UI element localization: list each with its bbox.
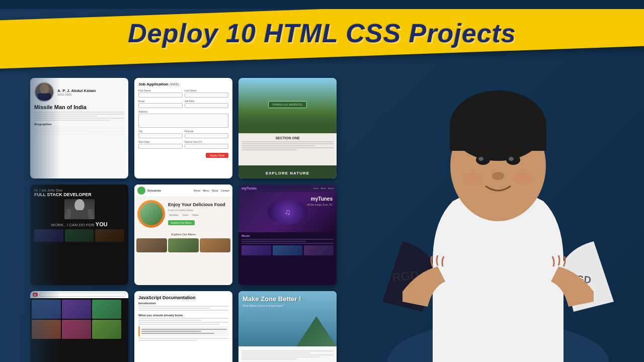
nature-lines bbox=[242, 141, 334, 150]
zone-text: Make Zone Better ! Why Better Zone is Im… bbox=[243, 295, 301, 307]
food-nav-4[interactable]: Contact bbox=[221, 189, 229, 192]
form-label-date: Start Date bbox=[138, 140, 183, 143]
tunes-hero: ♫ myTunes All the songs, Ever. All. bbox=[238, 192, 337, 232]
tunes-tagline: All the songs, Ever. All. bbox=[307, 203, 333, 206]
docs-subtitle: Introduction bbox=[138, 302, 228, 305]
zone-line bbox=[242, 358, 297, 359]
form-input-email[interactable] bbox=[138, 103, 183, 108]
tunes-brand-title: myTunes bbox=[311, 196, 333, 202]
explore-bar: EXPLORE NATURE bbox=[238, 165, 337, 178]
zone-content bbox=[238, 346, 337, 362]
section-one-label: SECTION ONE bbox=[242, 136, 334, 140]
food-nav-2[interactable]: Menu bbox=[203, 189, 209, 192]
project-card-nature[interactable]: PARALLAX WEBSITE SECTION ONE EXPLORE NAT… bbox=[238, 78, 337, 178]
bio-line bbox=[242, 147, 334, 148]
zone-lines bbox=[242, 350, 334, 359]
docs-line bbox=[138, 324, 219, 325]
form-input-address[interactable] bbox=[138, 114, 228, 128]
video-thumb-6[interactable] bbox=[92, 320, 121, 339]
zone-line bbox=[242, 352, 310, 353]
project-card-docs[interactable]: JavaScript Documentation Introduction Wh… bbox=[134, 291, 232, 362]
form-input-date[interactable] bbox=[138, 144, 183, 149]
food-menu-title: Explore Our Menu bbox=[134, 231, 232, 237]
docs-line bbox=[138, 306, 228, 307]
tunes-nav-1[interactable]: Home bbox=[313, 187, 319, 190]
tunes-music-3 bbox=[304, 245, 334, 255]
top-bar bbox=[0, 0, 644, 9]
docs-more-lines bbox=[138, 338, 228, 341]
form-email: Email bbox=[138, 100, 183, 108]
video-thumb-3[interactable] bbox=[92, 300, 121, 319]
form-input-last[interactable] bbox=[185, 93, 229, 98]
food-nav-1[interactable]: Home bbox=[194, 189, 200, 192]
project-card-zone[interactable]: Make Zone Better ! Why Better Zone is Im… bbox=[238, 291, 337, 362]
food-image-2 bbox=[168, 238, 199, 252]
docs-line bbox=[138, 340, 197, 341]
video-thumb-2[interactable] bbox=[62, 300, 91, 319]
banner-title: Deploy 10 HTML CSS Projects bbox=[128, 19, 516, 48]
food-hero: Enjoy Your Delicious Food Fresh & Health… bbox=[134, 197, 232, 231]
svg-point-16 bbox=[478, 157, 484, 161]
code-line-3 bbox=[141, 333, 214, 334]
nature-hills bbox=[238, 113, 337, 133]
zone-line bbox=[242, 350, 334, 351]
form-input-pin[interactable] bbox=[185, 133, 229, 138]
docs-line bbox=[138, 318, 228, 319]
form-label-pin: Pincode bbox=[185, 130, 229, 133]
form-startdate: Start Date bbox=[138, 140, 183, 149]
bio-line bbox=[242, 143, 334, 144]
nature-hero: PARALLAX WEBSITE bbox=[238, 78, 337, 133]
explore-text: EXPLORE NATURE bbox=[266, 171, 309, 175]
svg-point-17 bbox=[509, 157, 514, 161]
project-card-tunes[interactable]: myTunes Home Music Artists ♫ myTunes All… bbox=[238, 185, 337, 285]
form-row-date: Start Date Submit Your CV bbox=[138, 140, 228, 149]
food-logo-icon bbox=[137, 187, 145, 195]
food-circle-image bbox=[137, 200, 165, 228]
project-card-job[interactable]: Job Application (Web) First Name Last Na… bbox=[134, 78, 232, 178]
form-label-email: Email bbox=[138, 100, 183, 103]
music-note-icon: ♫ bbox=[285, 208, 291, 217]
form-input-city[interactable] bbox=[138, 133, 183, 138]
docs-intro-lines bbox=[138, 306, 228, 311]
form-label-last: Last Name bbox=[185, 89, 229, 92]
form-label-resume: Submit Your CV bbox=[185, 140, 229, 143]
svg-rect-5 bbox=[88, 209, 92, 217]
docs-title: JavaScript Documentation bbox=[138, 295, 228, 300]
form-input-first[interactable] bbox=[138, 93, 183, 98]
docs-line bbox=[138, 338, 228, 339]
svg-rect-13 bbox=[450, 126, 546, 151]
tunes-header: myTunes Home Music Artists bbox=[238, 185, 337, 192]
zone-hero: Make Zone Better ! Why Better Zone is Im… bbox=[238, 291, 337, 346]
form-input-resume[interactable] bbox=[185, 144, 229, 149]
food-nav-3[interactable]: About bbox=[212, 189, 218, 192]
project-card-food[interactable]: Groceroo Home Menu About Contact Enjoy Y… bbox=[134, 185, 232, 285]
zone-line bbox=[242, 356, 320, 357]
tunes-section: Music bbox=[242, 234, 334, 237]
form-select-role[interactable] bbox=[185, 103, 229, 108]
food-tag-1: Breakfast bbox=[168, 213, 180, 217]
dev-card-3 bbox=[95, 229, 124, 242]
tunes-nav-3[interactable]: Artists bbox=[328, 187, 334, 190]
zone-title: Make Zone Better ! bbox=[243, 295, 301, 303]
form-label-first: First Name bbox=[138, 89, 183, 92]
tunes-bottom: Music bbox=[238, 232, 337, 257]
bio-name: A. P. J. Abdul Kalam bbox=[57, 88, 124, 93]
bio-line bbox=[242, 141, 334, 142]
form-lastname: Last Name bbox=[185, 89, 229, 98]
form-role: Job Role bbox=[185, 100, 229, 108]
tunes-music-2 bbox=[273, 245, 302, 255]
tunes-nav-2[interactable]: Music bbox=[320, 187, 326, 190]
video-thumb-5[interactable] bbox=[62, 320, 91, 339]
docs-section-lines bbox=[138, 318, 228, 325]
food-menu-button[interactable]: Explore Our Menu bbox=[168, 220, 195, 225]
form-firstname: First Name bbox=[138, 89, 183, 98]
form-row-name: First Name Last Name bbox=[138, 89, 228, 98]
job-subtitle: (Web) bbox=[170, 82, 179, 86]
food-bowl bbox=[140, 203, 163, 225]
tunes-line bbox=[242, 241, 306, 242]
tunes-music-row bbox=[242, 245, 334, 255]
apply-button[interactable]: Apply Now bbox=[206, 153, 228, 158]
parallax-button[interactable]: PARALLAX WEBSITE bbox=[268, 101, 307, 108]
food-tag-2: Lunch bbox=[181, 213, 190, 217]
docs-line bbox=[138, 320, 201, 321]
